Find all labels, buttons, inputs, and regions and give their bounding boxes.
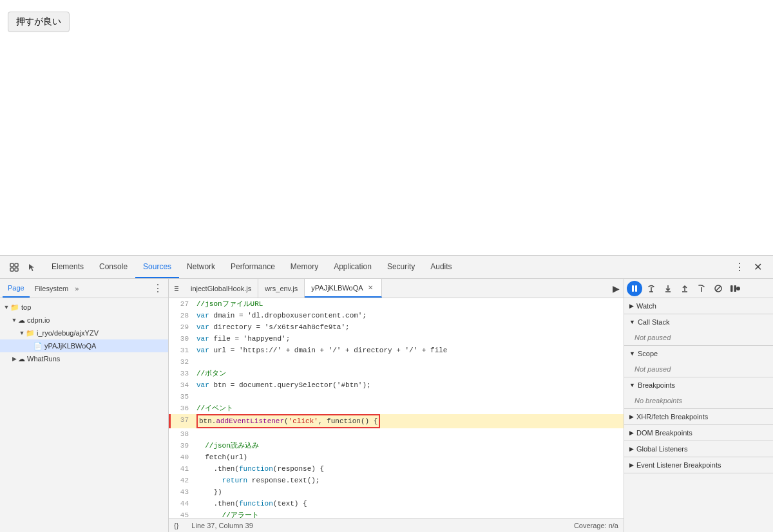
tree-item-file[interactable]: 📄 yPAJjKLBWoQA [0,339,168,352]
line-number: 45 [171,509,194,518]
line-number: 42 [171,475,194,486]
tree-item-top[interactable]: ▼ 📁 top [0,301,168,314]
svg-rect-1 [15,263,18,267]
file-icon: 📄 [33,342,43,350]
dom-header[interactable]: ▶ DOM Breakpoints [624,425,773,441]
tab-performance[interactable]: Performance [223,256,283,278]
code-line-40[interactable]: 40 fetch(url) [169,451,624,463]
devtools-topbar: Elements Console Sources Network Perform… [0,256,773,279]
step-out-button[interactable] [677,281,692,296]
code-line-32[interactable]: 32 [169,356,624,368]
watch-section: ▶ Watch [624,298,773,314]
step-over-button[interactable] [644,281,659,296]
page-button[interactable]: 押すが良い [8,12,70,32]
tab-application[interactable]: Application [326,256,379,278]
line-content [194,391,624,403]
folder-icon-2: 📁 [26,329,35,337]
line-number: 34 [171,379,194,391]
code-line-42[interactable]: 42 return response.text(); [169,475,624,486]
sidebar-options-icon[interactable]: ⋮ [150,281,166,296]
tree-item-whatruns[interactable]: ▶ ☁ WhatRuns [0,352,168,365]
tree-item-cdpn[interactable]: ▼ ☁ cdpn.io [0,314,168,327]
step-button[interactable] [694,281,709,296]
tab-sources[interactable]: Sources [135,256,179,278]
code-line-41[interactable]: 41 .then(function(response) { [169,463,624,475]
event-header[interactable]: ▶ Event Listener Breakpoints [624,457,773,473]
callstack-header[interactable]: ▼ Call Stack [624,314,773,330]
step-into-button[interactable] [660,281,676,296]
global-arrow: ▶ [629,446,634,452]
code-line-27[interactable]: 27//jsonファイルURL [169,298,624,310]
more-tabs-icon[interactable]: ⋮ [732,260,747,275]
cursor-icon[interactable] [24,260,40,275]
line-col-status: Line 37, Column 39 [191,522,253,529]
xhr-header[interactable]: ▶ XHR/fetch Breakpoints [624,409,773,424]
sidebar-tab-filesystem[interactable]: Filesystem [30,279,74,298]
deactivate-breakpoints-button[interactable] [711,281,726,296]
code-line-38[interactable]: 38 [169,428,624,440]
line-number: 41 [171,463,194,475]
watch-section-header[interactable]: ▶ Watch [624,298,773,314]
editor-tab-main[interactable]: yPAJjKLBWoQA ✕ [305,279,381,298]
sidebar-more-tabs[interactable]: » [75,285,79,292]
line-number: 29 [171,321,194,333]
line-content: //アラート [194,509,624,518]
scope-arrow: ▼ [629,350,635,357]
debugger-panel: ▶ Watch ▼ Call Stack Not paused ▼ Scope [624,279,773,532]
tab-next-icon[interactable]: ▶ [608,281,624,296]
svg-point-17 [736,287,740,290]
tree-item-debug[interactable]: ▼ 📁 i_ryo/debug/ajxYZV [0,327,168,339]
breakpoints-label: Breakpoints [638,381,675,389]
tab-elements[interactable]: Elements [44,256,91,278]
svg-line-14 [716,286,721,291]
inspect-icon[interactable] [6,260,22,275]
code-line-37[interactable]: 37btn.addEventListener('click', function… [169,414,624,428]
scope-header[interactable]: ▼ Scope [624,346,773,361]
tab-network[interactable]: Network [179,256,223,278]
line-content: .then(function(text) { [194,498,624,509]
global-header[interactable]: ▶ Global Listeners [624,441,773,457]
line-number: 33 [171,368,194,379]
pause-async-button[interactable] [727,281,743,296]
callstack-section: ▼ Call Stack Not paused [624,314,773,346]
sidebar-tab-page[interactable]: Page [3,279,30,298]
code-line-43[interactable]: 43 }) [169,486,624,498]
callstack-content: Not paused [624,330,773,345]
code-line-28[interactable]: 28var dmain = 'dl.dropboxusercontent.com… [169,310,624,321]
editor-tab-inject[interactable]: injectGlobalHook.js [184,279,258,298]
line-content: //イベント [194,403,624,414]
code-line-35[interactable]: 35 [169,391,624,403]
code-line-30[interactable]: 30var file = 'happyend'; [169,333,624,345]
xhr-label: XHR/fetch Breakpoints [636,413,708,421]
editor-tab-wrs[interactable]: wrs_env.js [258,279,305,298]
code-line-31[interactable]: 31var url = 'https://' + dmain + '/' + d… [169,345,624,356]
event-section: ▶ Event Listener Breakpoints [624,457,773,473]
tab-prev-icon[interactable] [169,281,184,296]
code-line-36[interactable]: 36//イベント [169,403,624,414]
event-arrow: ▶ [629,462,634,468]
code-line-39[interactable]: 39 //json読み込み [169,440,624,451]
line-content: //jsonファイルURL [194,298,624,310]
devtools-body: Page Filesystem » ⋮ ▼ 📁 top [0,279,773,532]
line-content [194,356,624,368]
tab-audits[interactable]: Audits [423,256,459,278]
tab-memory[interactable]: Memory [283,256,326,278]
cloud-icon-2: ☁ [18,355,25,363]
code-line-33[interactable]: 33//ボタン [169,368,624,379]
svg-rect-15 [730,285,733,292]
tab-close-icon[interactable]: ✕ [366,283,375,292]
line-number: 38 [171,428,194,440]
breakpoints-header[interactable]: ▼ Breakpoints [624,377,773,393]
line-number: 28 [171,310,194,321]
line-content: var btn = document.querySelector('#btn')… [194,379,624,391]
tab-security[interactable]: Security [379,256,423,278]
line-number: 30 [171,333,194,345]
code-line-34[interactable]: 34var btn = document.querySelector('#btn… [169,379,624,391]
code-line-44[interactable]: 44 .then(function(text) { [169,498,624,509]
tab-console[interactable]: Console [91,256,135,278]
pause-button[interactable] [627,281,642,296]
close-devtools-icon[interactable]: ✕ [750,260,765,275]
code-content[interactable]: 27//jsonファイルURL28var dmain = 'dl.dropbox… [169,298,624,518]
code-line-29[interactable]: 29var directory = 's/x6tsr4ah8cfe9ta'; [169,321,624,333]
code-line-45[interactable]: 45 //アラート [169,509,624,518]
